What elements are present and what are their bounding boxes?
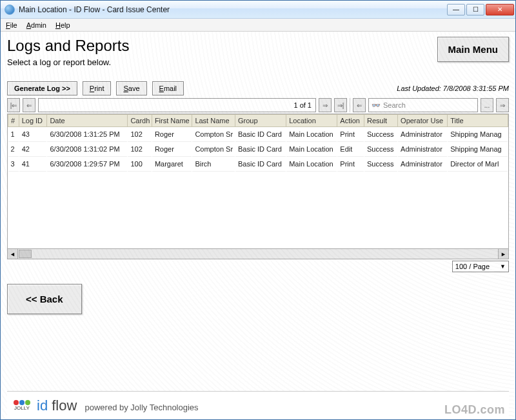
table-header-row: # Log ID Date Cardh First Name Last Name… bbox=[8, 115, 508, 127]
menu-admin[interactable]: Admin bbox=[26, 21, 46, 29]
brand-id: id bbox=[37, 397, 48, 414]
col-title[interactable]: Title bbox=[448, 115, 508, 127]
cell-title: Shipping Manag bbox=[448, 142, 508, 157]
cell-title: Shipping Manag bbox=[448, 127, 508, 142]
main-menu-button[interactable]: Main Menu bbox=[437, 37, 510, 62]
prev-page-button[interactable]: ⇐ bbox=[23, 98, 35, 112]
col-location[interactable]: Location bbox=[286, 115, 337, 127]
minimize-button[interactable]: — bbox=[447, 4, 465, 15]
cell-log_id: 41 bbox=[19, 157, 47, 172]
scroll-left-arrow[interactable]: ◄ bbox=[8, 249, 18, 259]
cell-location: Main Location bbox=[286, 142, 337, 157]
cell-log_id: 42 bbox=[19, 142, 47, 157]
cell-last: Birch bbox=[192, 157, 235, 172]
col-first[interactable]: First Name bbox=[152, 115, 192, 127]
email-button[interactable]: Email bbox=[152, 81, 184, 95]
binoculars-icon: 👓 bbox=[372, 101, 381, 110]
print-button[interactable]: Print bbox=[83, 81, 112, 95]
cell-result: Success bbox=[364, 157, 398, 172]
watermark: LO4D.com bbox=[444, 403, 505, 417]
app-window: Main Location - ID Flow - Card Issue Cen… bbox=[0, 0, 516, 420]
col-last[interactable]: Last Name bbox=[192, 115, 235, 127]
cell-first: Roger bbox=[152, 142, 192, 157]
col-logid[interactable]: Log ID bbox=[19, 115, 47, 127]
cell-result: Success bbox=[364, 127, 398, 142]
scroll-thumb[interactable] bbox=[19, 250, 32, 258]
search-prev-button[interactable]: ⇐ bbox=[353, 98, 366, 112]
maximize-button[interactable]: ☐ bbox=[466, 4, 484, 15]
page-subtitle: Select a log or report below. bbox=[7, 57, 129, 67]
cell-group: Basic ID Card bbox=[235, 142, 286, 157]
search-input[interactable]: 👓 Search bbox=[368, 98, 478, 112]
cell-action: Print bbox=[337, 127, 364, 142]
cell-date: 6/30/2008 1:29:57 PM bbox=[47, 157, 128, 172]
cell-location: Main Location bbox=[286, 157, 337, 172]
footer: JOLLY id flow powered by Jolly Technolog… bbox=[7, 391, 509, 419]
table-row[interactable]: 2426/30/2008 1:31:02 PM102RogerCompton S… bbox=[8, 142, 508, 157]
cell-log_id: 43 bbox=[19, 127, 47, 142]
menubar: File Admin Help bbox=[1, 19, 515, 32]
per-page-select[interactable]: 100 / Page ▼ bbox=[452, 261, 509, 272]
scroll-track[interactable] bbox=[32, 249, 498, 259]
cell-date: 6/30/2008 1:31:02 PM bbox=[47, 142, 128, 157]
search-more-button[interactable]: ... bbox=[481, 98, 493, 112]
cell-cardh: 102 bbox=[128, 142, 152, 157]
titlebar: Main Location - ID Flow - Card Issue Cen… bbox=[1, 1, 515, 19]
search-placeholder: Search bbox=[383, 101, 406, 109]
table-row[interactable]: 3416/30/2008 1:29:57 PM100MargaretBirchB… bbox=[8, 157, 508, 172]
col-num[interactable]: # bbox=[8, 115, 19, 127]
next-page-button[interactable]: ⇒ bbox=[319, 98, 332, 112]
cell-num: 1 bbox=[8, 127, 19, 142]
last-page-button[interactable]: ⇒| bbox=[334, 98, 347, 112]
menu-help[interactable]: Help bbox=[55, 21, 70, 29]
page-title: Logs and Reports bbox=[7, 37, 129, 55]
last-updated-label: Last Updated: 7/8/2008 3:31:55 PM bbox=[397, 85, 509, 92]
back-button[interactable]: << Back bbox=[7, 284, 82, 314]
per-page-value: 100 / Page bbox=[455, 263, 490, 270]
save-button[interactable]: Save bbox=[116, 81, 146, 95]
toolbar: Generate Log >> Print Save Email Last Up… bbox=[7, 81, 509, 95]
table-row[interactable]: 1436/30/2008 1:31:25 PM102RogerCompton S… bbox=[8, 127, 508, 142]
chevron-down-icon: ▼ bbox=[500, 263, 506, 270]
page-indicator-text: 1 of 1 bbox=[293, 101, 312, 109]
col-group[interactable]: Group bbox=[235, 115, 286, 127]
page-indicator: 1 of 1 bbox=[38, 98, 316, 112]
col-result[interactable]: Result bbox=[364, 115, 398, 127]
cell-title: Director of Marl bbox=[448, 157, 508, 172]
cell-action: Print bbox=[337, 157, 364, 172]
cell-action: Edit bbox=[337, 142, 364, 157]
cell-location: Main Location bbox=[286, 127, 337, 142]
cell-num: 2 bbox=[8, 142, 19, 157]
cell-date: 6/30/2008 1:31:25 PM bbox=[47, 127, 128, 142]
jolly-logo: JOLLY bbox=[14, 400, 30, 411]
cell-operator: Administrator bbox=[398, 157, 448, 172]
cell-result: Success bbox=[364, 142, 398, 157]
col-cardh[interactable]: Cardh bbox=[128, 115, 152, 127]
cell-operator: Administrator bbox=[398, 142, 448, 157]
log-table: # Log ID Date Cardh First Name Last Name… bbox=[7, 114, 509, 249]
generate-log-button[interactable]: Generate Log >> bbox=[7, 81, 77, 95]
cell-last: Compton Sr bbox=[192, 142, 235, 157]
scroll-right-arrow[interactable]: ► bbox=[498, 249, 508, 259]
jolly-text: JOLLY bbox=[14, 405, 30, 411]
cell-last: Compton Sr bbox=[192, 127, 235, 142]
menu-file[interactable]: File bbox=[6, 21, 17, 29]
app-icon bbox=[5, 5, 15, 15]
cell-operator: Administrator bbox=[398, 127, 448, 142]
col-date[interactable]: Date bbox=[47, 115, 128, 127]
brand-flow: flow bbox=[52, 397, 77, 414]
brand: id flow powered by Jolly Technologies bbox=[37, 397, 199, 414]
window-title: Main Location - ID Flow - Card Issue Cen… bbox=[19, 5, 170, 14]
cell-first: Roger bbox=[152, 127, 192, 142]
cell-cardh: 100 bbox=[128, 157, 152, 172]
col-operator[interactable]: Operator Use bbox=[398, 115, 448, 127]
cell-num: 3 bbox=[8, 157, 19, 172]
brand-powered: powered by Jolly Technologies bbox=[85, 403, 199, 412]
horizontal-scrollbar[interactable]: ◄ ► bbox=[7, 249, 509, 259]
search-next-button[interactable]: ⇒ bbox=[496, 98, 509, 112]
first-page-button[interactable]: |⇐ bbox=[7, 98, 20, 112]
cell-first: Margaret bbox=[152, 157, 192, 172]
close-button[interactable]: ✕ bbox=[486, 4, 514, 15]
col-action[interactable]: Action bbox=[337, 115, 364, 127]
cell-group: Basic ID Card bbox=[235, 127, 286, 142]
